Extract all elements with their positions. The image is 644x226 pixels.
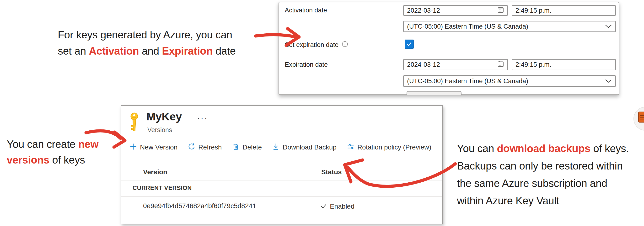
info-icon[interactable] xyxy=(342,41,348,49)
version-cell: 0e9e94fb4d574682a4bf60f79c5d8241 xyxy=(143,202,256,210)
annotation-text-red: versions xyxy=(7,154,50,166)
expiration-date-label: Expiration date xyxy=(285,61,328,68)
annotation-new-versions: You can create new versions of keys xyxy=(7,136,98,168)
versions-toolbar: New Version Refresh Delete xyxy=(130,142,432,153)
activation-timezone-select[interactable]: (UTC-05:00) Eastern Time (US & Canada) xyxy=(403,21,616,32)
key-dates-panel: Activation date 2022-03-12 2:49:15 p.m. … xyxy=(278,2,619,95)
column-header-version: Version xyxy=(143,168,167,176)
key-versions-panel: MyKey ··· Versions New Version Refresh xyxy=(121,105,443,224)
annotation-download-backups: You can download backups of keys. Backup… xyxy=(457,140,629,209)
toolbar-label: Rotation policy (Preview) xyxy=(357,143,432,151)
calendar-icon[interactable] xyxy=(497,6,504,15)
annotation-text-red: download backups xyxy=(497,143,590,154)
cutoff-control xyxy=(406,91,462,95)
set-expiration-label: Set expiration date xyxy=(285,41,348,49)
annotation-text: and xyxy=(139,45,162,57)
screenshot-canvas: For keys generated by Azure, you can set… xyxy=(0,0,644,226)
logo-badge-icon xyxy=(638,112,644,122)
table-divider xyxy=(121,180,442,180)
toolbar-label: Download Backup xyxy=(282,143,336,151)
expiration-timezone-value: (UTC-05:00) Eastern Time (US & Canada) xyxy=(407,78,605,85)
activation-date-input[interactable]: 2022-03-12 xyxy=(403,5,508,16)
annotation-text: You can xyxy=(457,143,497,154)
delete-button[interactable]: Delete xyxy=(232,143,262,152)
annotation-text-red: new xyxy=(78,138,99,150)
toolbar-label: New Version xyxy=(140,143,178,151)
activation-timezone-value: (UTC-05:00) Eastern Time (US & Canada) xyxy=(407,23,605,30)
annotation-line: You can create new xyxy=(7,136,98,152)
expiration-time-input[interactable]: 2:49:15 p.m. xyxy=(512,59,616,70)
annotation-text: the same Azure subscription and xyxy=(457,175,629,192)
status-text: Enabled xyxy=(330,203,354,210)
download-icon xyxy=(272,143,280,152)
activation-time-input[interactable]: 2:49:15 p.m. xyxy=(512,5,616,16)
annotation-line: set an Activation and Expiration date xyxy=(58,43,236,59)
status-cell: Enabled xyxy=(321,203,354,210)
calendar-icon[interactable] xyxy=(497,61,504,69)
trash-icon xyxy=(232,143,239,152)
table-row[interactable]: 0e9e94fb4d574682a4bf60f79c5d8241 Enabled xyxy=(121,197,442,214)
activation-date-label: Activation date xyxy=(285,7,327,14)
activation-date-value: 2022-03-12 xyxy=(407,7,497,14)
rotation-policy-button[interactable]: Rotation policy (Preview) xyxy=(347,143,432,152)
activation-time-value: 2:49:15 p.m. xyxy=(516,7,612,14)
toolbar-divider xyxy=(121,157,442,157)
refresh-icon xyxy=(188,143,195,152)
column-header-status: Status xyxy=(321,168,342,176)
more-menu-button[interactable]: ··· xyxy=(197,113,208,122)
expiration-date-value: 2024-03-12 xyxy=(407,61,497,68)
key-title: MyKey xyxy=(146,110,182,123)
annotation-line: versions of keys xyxy=(7,152,98,168)
set-expiration-checkbox[interactable] xyxy=(405,40,414,49)
annotation-text: For keys generated by Azure, you can xyxy=(58,29,232,40)
annotation-activation-expiration: For keys generated by Azure, you can set… xyxy=(58,27,236,59)
chevron-down-icon xyxy=(605,23,612,30)
expiration-time-value: 2:49:15 p.m. xyxy=(516,61,612,68)
expiration-date-input[interactable]: 2024-03-12 xyxy=(403,59,508,70)
check-icon xyxy=(321,203,326,210)
annotation-text: date xyxy=(212,45,236,57)
annotation-text-red: Expiration xyxy=(162,45,212,57)
expiration-date-label-text: Expiration date xyxy=(285,61,328,68)
set-expiration-label-text: Set expiration date xyxy=(285,41,338,49)
refresh-button[interactable]: Refresh xyxy=(188,143,222,152)
annotation-line: You can download backups of keys. xyxy=(457,140,629,157)
annotation-text: You can create xyxy=(7,138,78,150)
key-subtitle: Versions xyxy=(148,126,172,134)
annotation-text: of keys xyxy=(50,154,85,166)
annotation-text-red: Activation xyxy=(89,45,139,57)
checkmark-icon xyxy=(406,40,413,48)
table-divider xyxy=(121,214,442,214)
chevron-down-icon xyxy=(605,78,612,85)
key-icon xyxy=(129,113,139,133)
current-version-group-header: CURRENT VERSION xyxy=(132,185,192,191)
expiration-timezone-select[interactable]: (UTC-05:00) Eastern Time (US & Canada) xyxy=(403,75,616,87)
annotation-text: Backups can only be restored within xyxy=(457,157,629,175)
toolbar-label: Delete xyxy=(242,143,262,151)
annotation-line: For keys generated by Azure, you can xyxy=(58,27,236,43)
download-backup-button[interactable]: Download Backup xyxy=(272,143,336,152)
annotation-text: set an xyxy=(58,45,89,57)
activation-date-label-text: Activation date xyxy=(285,7,327,14)
annotation-text: within Azure Key Vault xyxy=(457,192,629,209)
plus-icon xyxy=(130,143,137,152)
annotation-text: of keys. xyxy=(590,143,629,154)
new-version-button[interactable]: New Version xyxy=(130,143,178,152)
sliders-icon xyxy=(347,143,354,152)
toolbar-label: Refresh xyxy=(198,143,222,151)
